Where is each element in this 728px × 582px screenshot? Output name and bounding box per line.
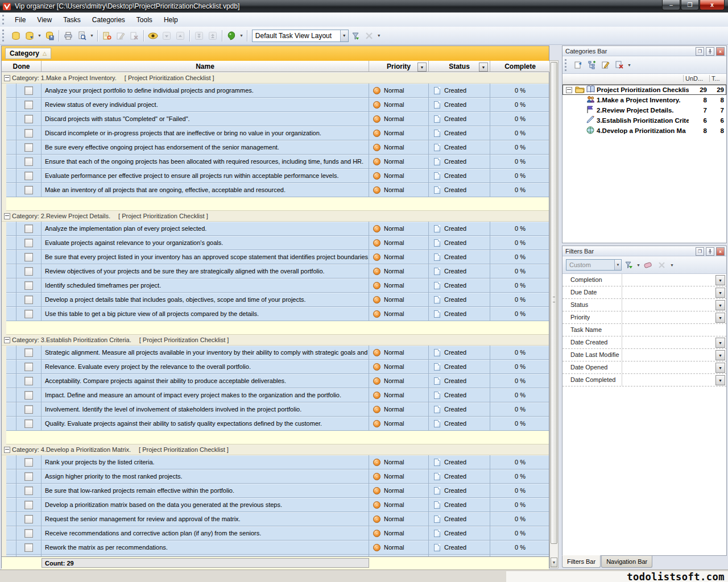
column-priority[interactable]: Priority▼ (369, 61, 429, 72)
categories-pin-icon[interactable] (706, 47, 714, 56)
column-complete[interactable]: Complete (490, 61, 550, 72)
collapse-icon[interactable] (4, 75, 10, 81)
status-cell[interactable]: Created (429, 346, 490, 360)
categories-close-icon[interactable]: x (716, 47, 725, 56)
status-filter-button[interactable]: ▼ (479, 63, 488, 72)
status-cell[interactable]: Created (429, 455, 490, 469)
move-top-icon[interactable] (206, 30, 219, 42)
task-checkbox[interactable] (24, 543, 33, 552)
vertical-scrollbar[interactable]: ▼ (549, 60, 559, 568)
task-name-cell[interactable]: Acceptability. Compare projects against … (42, 374, 369, 388)
tree-column-undone[interactable]: UnD... (683, 75, 708, 82)
task-checkbox[interactable] (24, 225, 33, 233)
menu-view[interactable]: View (31, 14, 57, 26)
priority-cell[interactable]: Normal (369, 346, 429, 360)
toolbar-grip[interactable] (2, 30, 6, 42)
print-dropdown[interactable]: ▼ (90, 34, 94, 38)
priority-cell[interactable]: Normal (369, 374, 429, 388)
layout-dropdown[interactable]: ▼ (377, 34, 381, 38)
filter-dropdown-button[interactable]: ▼ (715, 375, 725, 385)
tree-node[interactable]: 1.Make a Project Inventory.88 (562, 95, 726, 105)
edit-category-icon[interactable] (599, 59, 612, 71)
priority-filter-button[interactable]: ▼ (417, 63, 427, 72)
view-icon[interactable] (147, 30, 159, 42)
menu-categories[interactable]: Categories (86, 14, 131, 26)
priority-cell[interactable]: Normal (369, 388, 429, 402)
filters-restore-icon[interactable]: ❐ (696, 247, 704, 256)
status-cell[interactable]: Created (429, 169, 490, 183)
task-checkbox[interactable] (24, 157, 33, 166)
apply-filter-icon[interactable] (622, 259, 635, 271)
filter-dropdown-button[interactable]: ▼ (715, 363, 725, 373)
filter-value-field[interactable] (622, 336, 715, 348)
menu-grip[interactable] (2, 15, 6, 25)
filter-value-field[interactable] (622, 349, 715, 361)
collapse-icon[interactable] (4, 337, 10, 343)
priority-cell[interactable]: Normal (369, 402, 429, 417)
task-checkbox[interactable] (24, 472, 33, 481)
minimize-button[interactable]: – (662, 0, 680, 10)
priority-cell[interactable]: Normal (369, 512, 429, 526)
priority-cell[interactable]: Normal (369, 455, 429, 469)
task-name-cell[interactable]: Evaluate performance per effective proje… (42, 169, 369, 183)
filter-value-field[interactable] (622, 361, 715, 373)
task-name-cell[interactable]: Analyze the implementation plan of every… (42, 222, 369, 236)
status-cell[interactable]: Created (429, 484, 490, 498)
task-checkbox[interactable] (24, 143, 33, 152)
task-checkbox[interactable] (24, 253, 33, 261)
priority-cell[interactable]: Normal (369, 526, 429, 541)
filter-dropdown-button[interactable]: ▼ (715, 350, 725, 360)
task-checkbox[interactable] (24, 458, 33, 467)
task-name-cell[interactable]: Make an inventory of all projects that a… (42, 183, 369, 197)
task-name-cell[interactable]: Discard incomplete or in-progress projec… (42, 126, 369, 140)
priority-cell[interactable]: Normal (369, 264, 429, 278)
task-name-cell[interactable]: Evaluate projects against relevance to y… (42, 236, 369, 250)
status-cell[interactable]: Created (429, 498, 490, 512)
priority-cell[interactable]: Normal (369, 498, 429, 512)
task-checkbox[interactable] (24, 281, 33, 290)
priority-cell[interactable]: Normal (369, 140, 429, 155)
filter-value-field[interactable] (622, 274, 715, 286)
filter-value-field[interactable] (622, 374, 715, 386)
status-cell[interactable]: Created (429, 293, 490, 307)
status-cell[interactable]: Created (429, 307, 490, 321)
clear-filter-icon[interactable] (642, 259, 655, 271)
status-cell[interactable]: Created (429, 526, 490, 541)
filters-toolbar-dropdown[interactable]: ▼ (670, 263, 674, 267)
open-database-dropdown[interactable]: ▼ (38, 34, 42, 38)
status-cell[interactable]: Created (429, 264, 490, 278)
filter-value-field[interactable] (622, 299, 715, 311)
notification-dropdown[interactable]: ▼ (239, 34, 243, 38)
task-checkbox[interactable] (24, 239, 33, 247)
task-name-cell[interactable]: Assign higher priority to the most ranke… (42, 469, 369, 484)
save-database-icon[interactable] (43, 30, 56, 42)
category-header-row[interactable]: Category: 3.Establish Prioritization Cri… (2, 335, 549, 346)
open-database-icon[interactable] (23, 30, 36, 42)
status-cell[interactable]: Created (429, 126, 490, 140)
tree-column-total[interactable]: T... (709, 75, 725, 82)
category-header-row[interactable]: Category: 1.Make a Project Inventory.[ P… (2, 73, 549, 84)
priority-cell[interactable]: Normal (369, 155, 429, 169)
task-name-cell[interactable]: Receive recommendations and corrective a… (42, 526, 369, 541)
print-preview-icon[interactable] (76, 30, 88, 42)
priority-cell[interactable]: Normal (369, 183, 429, 197)
task-checkbox[interactable] (24, 391, 33, 400)
filter-value-field[interactable] (622, 286, 715, 298)
status-cell[interactable]: Created (429, 84, 490, 98)
priority-cell[interactable]: Normal (369, 484, 429, 498)
task-name-cell[interactable]: Request the senior management for review… (42, 512, 369, 526)
move-up-icon[interactable] (174, 30, 187, 42)
task-checkbox[interactable] (24, 310, 33, 318)
task-name-cell[interactable]: Develop a prioritization matrix based on… (42, 498, 369, 512)
task-name-cell[interactable]: Quality. Evaluate projects against their… (42, 417, 369, 431)
filter-dropdown-button[interactable]: ▼ (715, 300, 725, 310)
menu-tools[interactable]: Tools (131, 14, 158, 26)
status-cell[interactable]: Created (429, 98, 490, 112)
menu-tasks[interactable]: Tasks (57, 14, 86, 26)
tab-navigation-bar[interactable]: Navigation Bar (601, 556, 652, 568)
new-list-icon[interactable] (572, 59, 585, 71)
layout-combo[interactable]: Default Task View Layout ▼ (252, 30, 349, 42)
task-checkbox[interactable] (24, 129, 33, 138)
status-cell[interactable]: Created (429, 402, 490, 417)
group-category-button[interactable]: Category △ (5, 48, 51, 59)
